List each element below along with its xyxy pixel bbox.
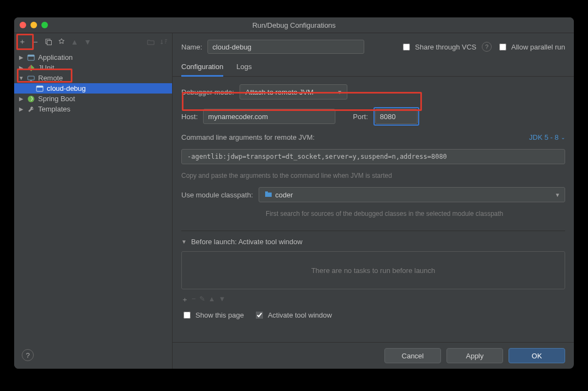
tabs: Configuration Logs: [173, 58, 574, 77]
name-input[interactable]: [207, 40, 364, 54]
share-vcs-label: Share through VCS: [415, 43, 476, 51]
port-highlight: [373, 107, 419, 126]
port-input[interactable]: [375, 109, 418, 124]
sort-button[interactable]: [158, 36, 170, 48]
cmd-args-hint: Copy and paste the arguments to the comm…: [181, 172, 565, 179]
share-vcs-checkbox[interactable]: Share through VCS: [401, 42, 476, 52]
debugger-mode-label: Debugger mode:: [181, 88, 234, 96]
tree-node-cloud-debug[interactable]: cloud-debug: [14, 83, 172, 94]
svg-rect-3: [28, 55, 34, 57]
debugger-mode-combo[interactable]: Attach to remote JVM ▼: [240, 84, 347, 100]
folder-button[interactable]: [145, 36, 157, 48]
window-minimize-button[interactable]: [30, 22, 37, 28]
chevron-right-icon: ▶: [19, 96, 24, 102]
show-this-page-label: Show this page: [195, 311, 244, 319]
tree-node-spring-boot[interactable]: ▶ Spring Boot: [14, 94, 172, 104]
tree-node-junit[interactable]: ▶ JUnit: [14, 63, 172, 73]
module-label: Use module classpath:: [181, 191, 253, 199]
tree-label: Templates: [38, 105, 70, 113]
share-vcs-input[interactable]: [403, 44, 410, 51]
chevron-down-icon: ▼: [337, 89, 342, 95]
add-config-button[interactable]: ＋: [16, 36, 28, 48]
activate-tool-window-input[interactable]: [256, 312, 263, 319]
port-label: Port:: [353, 113, 367, 121]
tree-label: cloud-debug: [47, 84, 86, 92]
jdk-version-dropdown[interactable]: JDK 5 - 8 ⌄: [529, 133, 565, 141]
show-this-page-checkbox[interactable]: Show this page: [181, 310, 244, 320]
tree-node-remote[interactable]: ▼ Remote: [14, 73, 172, 83]
window-title: Run/Debug Configurations: [14, 21, 574, 29]
application-icon: [27, 54, 35, 61]
run-debug-config-window: Run/Debug Configurations ＋ − ▲ ▼: [14, 17, 574, 369]
move-up-button[interactable]: ▲: [69, 36, 81, 48]
move-task-up-button[interactable]: ▲: [209, 295, 216, 305]
copy-config-button[interactable]: [42, 36, 54, 48]
before-launch-header[interactable]: ▼ Before launch: Activate tool window: [181, 238, 565, 246]
show-this-page-input[interactable]: [183, 312, 191, 319]
remove-config-button[interactable]: −: [29, 36, 41, 48]
tree-label: Application: [38, 53, 73, 61]
tree-node-application[interactable]: ▶ Application: [14, 52, 172, 63]
chevron-right-icon: ▶: [19, 106, 24, 112]
tab-logs[interactable]: Logs: [236, 58, 252, 76]
help-button[interactable]: ?: [22, 349, 34, 361]
svg-rect-7: [36, 86, 43, 88]
tree-node-templates[interactable]: ▶ Templates: [14, 104, 172, 114]
sidebar-toolbar: ＋ − ▲ ▼: [14, 33, 172, 51]
chevron-down-icon: ▼: [181, 239, 187, 245]
before-launch-tasks: There are no tasks to run before launch: [181, 251, 565, 289]
config-tree: ▶ Application ▶ JUnit ▼: [14, 51, 172, 114]
tab-configuration[interactable]: Configuration: [181, 58, 223, 76]
activate-tool-window-checkbox[interactable]: Activate tool window: [254, 310, 332, 320]
edit-task-button[interactable]: ✎: [199, 295, 205, 305]
before-launch-title: Before launch: Activate tool window: [191, 238, 303, 246]
parallel-run-checkbox[interactable]: Allow parallel run: [497, 42, 565, 52]
host-input[interactable]: [203, 109, 335, 124]
spring-boot-icon: [27, 95, 35, 103]
window-zoom-button[interactable]: [41, 22, 48, 28]
module-hint: First search for sources of the debugged…: [181, 210, 565, 218]
help-icon[interactable]: ?: [482, 42, 492, 52]
move-task-down-button[interactable]: ▼: [218, 295, 225, 305]
svg-rect-1: [47, 41, 52, 45]
svg-rect-5: [30, 80, 32, 82]
cancel-button[interactable]: Cancel: [384, 348, 441, 363]
chevron-down-icon: ▼: [555, 192, 560, 198]
ok-button[interactable]: OK: [509, 348, 565, 363]
before-launch-toolbar: ＋ − ✎ ▲ ▼: [181, 295, 565, 305]
window-close-button[interactable]: [20, 22, 26, 28]
tree-label: JUnit: [38, 64, 54, 72]
svg-point-8: [28, 96, 34, 102]
edit-templates-button[interactable]: [56, 36, 68, 48]
host-label: Host:: [181, 113, 198, 121]
cmd-args-label: Command line arguments for remote JVM:: [181, 133, 315, 141]
module-combo[interactable]: coder ▼: [259, 187, 565, 202]
parallel-run-input[interactable]: [499, 44, 506, 51]
chevron-down-icon: ⌄: [561, 134, 565, 140]
chevron-right-icon: ▶: [19, 65, 24, 71]
svg-rect-10: [265, 191, 268, 193]
module-value: coder: [275, 191, 293, 199]
svg-rect-4: [28, 76, 34, 80]
chevron-right-icon: ▶: [19, 54, 24, 60]
dialog-footer: Cancel Apply OK: [173, 342, 574, 369]
tree-label: Spring Boot: [38, 95, 75, 103]
activate-tool-window-label: Activate tool window: [268, 311, 332, 319]
cmd-args-box[interactable]: -agentlib:jdwp=transport=dt_socket,serve…: [181, 149, 565, 164]
remove-task-button[interactable]: −: [192, 295, 196, 305]
chevron-down-icon: ▼: [19, 75, 24, 81]
add-task-button[interactable]: ＋: [181, 295, 188, 305]
wrench-icon: [27, 105, 35, 113]
debugger-mode-value: Attach to remote JVM: [246, 88, 314, 96]
sidebar: ＋ − ▲ ▼ ▶: [14, 33, 173, 369]
run-config-icon: [36, 85, 44, 92]
module-icon: [265, 190, 272, 200]
tree-label: Remote: [38, 74, 63, 82]
remote-icon: [27, 75, 35, 82]
before-launch-empty: There are no tasks to run before launch: [311, 266, 436, 275]
apply-button[interactable]: Apply: [446, 348, 503, 363]
move-down-button[interactable]: ▼: [82, 36, 94, 48]
titlebar: Run/Debug Configurations: [14, 17, 574, 33]
svg-rect-9: [265, 193, 272, 197]
jdk-version-label: JDK 5 - 8: [529, 133, 559, 141]
